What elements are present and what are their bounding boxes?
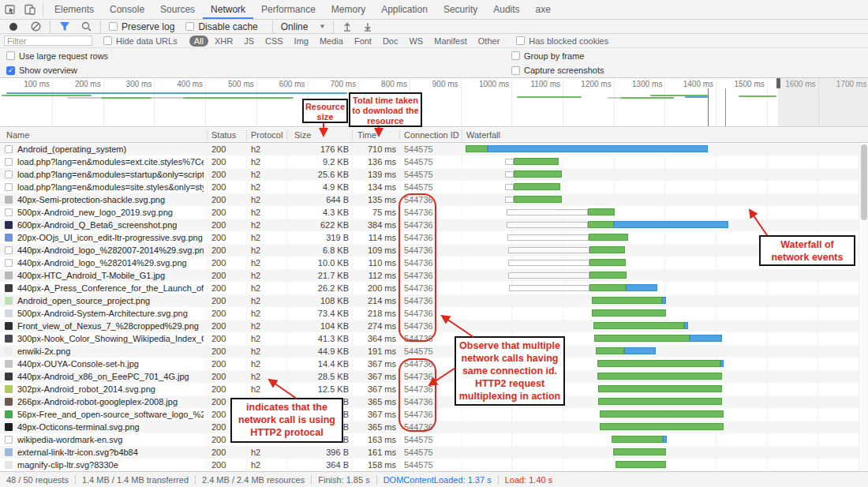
file-icon (5, 158, 13, 166)
column-header-time[interactable]: Time (357, 128, 376, 142)
column-header-waterfall[interactable]: Waterfall (466, 128, 500, 142)
statusbar-item: 48 / 50 requests (6, 475, 69, 485)
tab-security[interactable]: Security (436, 0, 485, 19)
time-cell: 135 ms (354, 193, 396, 206)
filter-type-doc[interactable]: Doc (378, 36, 403, 47)
statusbar-item: Finish: 1.85 s (318, 475, 369, 485)
table-row[interactable]: wikipedia-wordmark-en.svg200h22.6 KB163 … (0, 433, 868, 446)
table-row[interactable]: external-link-ltr-icon.svg?b4b84200h2396… (0, 446, 868, 459)
column-header-name[interactable]: Name (6, 128, 29, 142)
filter-icon[interactable] (59, 21, 70, 32)
overview-activity-segment (67, 97, 101, 99)
hide-data-urls-checkbox[interactable]: Hide data URLs (103, 36, 178, 46)
tab-axe[interactable]: axe (528, 0, 559, 19)
capture-screenshots-checkbox[interactable]: Capture screenshots (511, 66, 604, 75)
size-cell: 41.3 KB (289, 332, 349, 345)
search-icon[interactable] (81, 21, 92, 32)
filter-type-img[interactable]: Img (290, 36, 313, 47)
table-row[interactable]: enwiki-2x.png200h244.9 KB191 ms544575 (0, 345, 868, 358)
column-header-connection[interactable]: Connection ID (404, 128, 459, 142)
domcontentloaded-marker (708, 88, 709, 127)
column-header-size[interactable]: Size (294, 128, 311, 142)
request-name-cell: 440px-A_Press_Conference_for_the_Launch_… (5, 282, 204, 294)
import-har-icon[interactable] (342, 21, 352, 32)
file-thumbnail-icon (5, 360, 13, 368)
file-thumbnail-icon (5, 297, 13, 305)
request-name-cell: 440px-Android_logo_%282014%29.svg.png (5, 257, 204, 269)
protocol-cell: h2 (251, 282, 286, 294)
request-name-cell: 40px-Semi-protection-shackle.svg.png (5, 193, 204, 206)
protocol-cell: h2 (251, 332, 286, 345)
network-summary-bar: 48 / 50 requests1.4 MB / 1.4 MB transfer… (0, 471, 868, 487)
request-name-cell: load.php?lang=en&modules=ext.cite.styles… (5, 155, 204, 168)
device-toolbar-icon[interactable] (24, 4, 36, 16)
protocol-cell: h2 (251, 143, 286, 155)
overview-selection-handle[interactable] (776, 78, 780, 88)
filter-type-media[interactable]: Media (315, 36, 348, 47)
table-row[interactable]: magnify-clip-ltr.svg?8330e200h2364 B158 … (0, 459, 868, 471)
checkbox-icon (185, 22, 194, 31)
table-row[interactable]: load.php?lang=en&modules=startup&only=sc… (0, 168, 868, 181)
filter-type-ws[interactable]: WS (404, 36, 428, 47)
time-cell: 364 ms (354, 332, 396, 345)
protocol-cell: h2 (251, 193, 286, 206)
clear-network-log-icon[interactable] (31, 21, 41, 32)
request-name-cell: 300px-Nook_Color_Showing_Wikipedia_Index… (5, 332, 204, 345)
timeline-tick-label: 900 ms (413, 80, 458, 88)
filter-type-other[interactable]: Other (473, 36, 505, 47)
show-overview-checkbox[interactable]: Show overview (6, 66, 77, 75)
column-header-protocol[interactable]: Protocol (251, 128, 282, 142)
vertical-scrollbar[interactable] (859, 143, 868, 471)
filter-type-all[interactable]: All (189, 36, 208, 47)
timeline-gridline (461, 78, 462, 127)
tab-memory[interactable]: Memory (324, 0, 373, 19)
timeline-tick-label: 600 ms (260, 80, 305, 88)
filter-type-xhr[interactable]: XHR (210, 36, 238, 47)
time-cell: 274 ms (354, 320, 396, 332)
waterfall-bar-download (615, 461, 666, 468)
waterfall-bar-waiting (505, 171, 514, 178)
file-thumbnail-icon (5, 234, 13, 242)
inspect-element-icon[interactable] (4, 4, 16, 16)
filter-type-css[interactable]: CSS (260, 36, 288, 47)
tab-audits[interactable]: Audits (485, 0, 527, 19)
use-large-request-rows-checkbox[interactable]: Use large request rows (6, 51, 108, 61)
tab-performance[interactable]: Performance (253, 0, 324, 19)
scrollbar-thumb[interactable] (861, 144, 867, 220)
tab-sources[interactable]: Sources (152, 0, 203, 19)
time-cell: 367 ms (354, 370, 396, 383)
request-name: 500px-Android-System-Architecture.svg.pn… (17, 307, 188, 320)
tab-network[interactable]: Network (203, 0, 253, 19)
network-overview-timeline[interactable]: 100 ms200 ms300 ms400 ms500 ms600 ms700 … (0, 78, 868, 127)
column-header-status[interactable]: Status (211, 128, 236, 142)
waterfall-bar-download (589, 272, 627, 279)
timeline-tick-label: 500 ms (208, 80, 254, 88)
export-har-icon[interactable] (363, 21, 372, 32)
filter-type-font[interactable]: Font (350, 36, 376, 47)
time-cell: 367 ms (354, 358, 396, 370)
waterfall-bar-waiting (509, 285, 589, 291)
time-cell: 367 ms (354, 383, 396, 395)
has-blocked-cookies-checkbox[interactable]: Has blocked cookies (516, 36, 608, 46)
tab-elements[interactable]: Elements (47, 0, 102, 19)
record-network-log-icon[interactable] (9, 23, 17, 31)
filter-input[interactable] (4, 36, 92, 46)
filter-type-manifest[interactable]: Manifest (429, 36, 472, 47)
waterfall-bar-download (598, 398, 722, 405)
disable-cache-label: Disable cache (198, 21, 257, 32)
group-by-frame-checkbox[interactable]: Group by frame (511, 51, 584, 61)
disable-cache-checkbox[interactable]: Disable cache (185, 21, 257, 32)
table-row[interactable]: load.php?lang=en&modules=ext.cite.styles… (0, 155, 868, 168)
time-cell: 161 ms (354, 446, 396, 459)
table-row[interactable]: load.php?lang=en&modules=site.styles&onl… (0, 181, 868, 193)
preserve-log-checkbox[interactable]: Preserve log (109, 21, 174, 32)
tab-console[interactable]: Console (102, 0, 152, 19)
tab-application[interactable]: Application (373, 0, 436, 19)
filter-type-js[interactable]: JS (239, 36, 259, 47)
table-row[interactable]: Android_(operating_system)200h2176 KB710… (0, 143, 868, 155)
overview-activity-segment (517, 96, 582, 98)
checkbox-icon (6, 51, 15, 60)
throttling-dropdown[interactable]: Online ▼ (281, 21, 326, 32)
waterfall-bar-waiting (508, 272, 589, 279)
protocol-cell: h2 (251, 307, 286, 320)
